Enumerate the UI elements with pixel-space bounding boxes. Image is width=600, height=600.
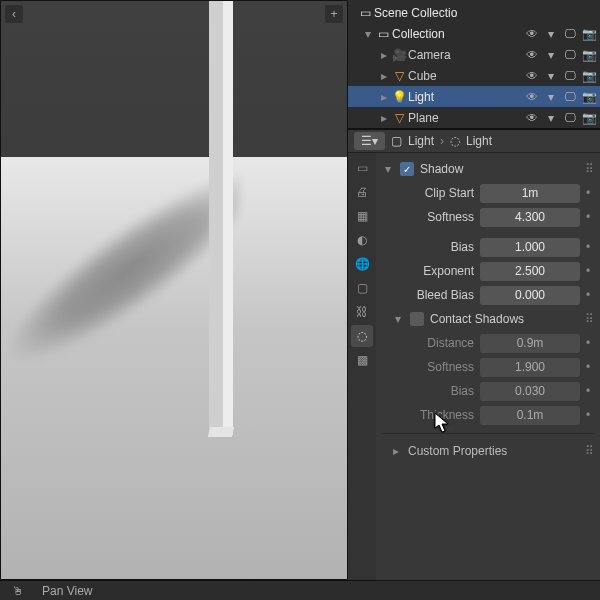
contact-distance-input[interactable]: 0.9m [480,334,580,353]
animate-property-button[interactable]: • [586,288,594,302]
render-toggle-icon[interactable]: 📷 [581,68,597,84]
outliner-item-label: Camera [408,48,524,62]
field-label: Distance [382,336,474,350]
panel-grip-icon[interactable]: ⠿ [585,312,594,326]
tab-world[interactable]: 🌐 [351,253,373,275]
disclosure-triangle-icon[interactable]: ▸ [378,90,390,104]
outliner-item-label: Light [408,90,524,104]
animate-property-button[interactable]: • [586,336,594,350]
visibility-toggle-icon[interactable]: 👁 [524,68,540,84]
panel-title: Shadow [420,162,463,176]
viewport-corner-widget-right[interactable]: + [325,5,343,23]
render-toggle-icon[interactable]: 📷 [581,47,597,63]
viewport-display-toggle-icon[interactable]: 🖵 [562,26,578,42]
viewport-3d[interactable]: ‹ + [0,0,348,580]
light-icon: 💡 [390,90,408,104]
collection-icon: ▭ [374,27,392,41]
visibility-toggle-icon[interactable]: 👁 [524,26,540,42]
visibility-toggle-icon[interactable]: 👁 [524,110,540,126]
panel-header-contact-shadows[interactable]: ▾ Contact Shadows ⠿ [382,307,594,331]
visibility-toggle-icon[interactable]: 👁 [524,89,540,105]
softness-input[interactable]: 4.300 [480,208,580,227]
animate-property-button[interactable]: • [586,360,594,374]
disclosure-triangle-icon[interactable]: ▸ [378,48,390,62]
tab-texture[interactable]: ▩ [351,349,373,371]
camera-icon: 🎥 [390,48,408,62]
disclosure-triangle-icon[interactable]: ▾ [382,162,394,176]
shadow-enable-checkbox[interactable]: ✓ [400,162,414,176]
breadcrumb-data[interactable]: Light [466,134,492,148]
render-toggle-icon[interactable]: 📷 [581,110,597,126]
animate-property-button[interactable]: • [586,264,594,278]
scene-collection-label: Scene Collectio [374,6,600,20]
outliner-item-cube[interactable]: ▸ ▽ Cube 👁 ▾ 🖵 📷 [348,65,600,86]
scene-collection-icon: ▭ [356,6,374,20]
tab-output[interactable]: 🖨 [351,181,373,203]
contact-softness-input[interactable]: 1.900 [480,358,580,377]
render-toggle-icon[interactable]: 📷 [581,26,597,42]
exponent-input[interactable]: 2.500 [480,262,580,281]
viewport-display-toggle-icon[interactable]: 🖵 [562,89,578,105]
collection-label: Collection [392,27,524,41]
tab-scene[interactable]: ◐ [351,229,373,251]
disclosure-triangle-icon[interactable]: ▸ [378,111,390,125]
breadcrumb-object[interactable]: Light [408,134,434,148]
panel-grip-icon[interactable]: ⠿ [585,444,594,458]
disclosure-triangle-icon[interactable]: ▸ [390,444,402,458]
panel-header-custom-properties[interactable]: ▸ Custom Properties ⠿ [382,440,594,462]
clip-start-input[interactable]: 1m [480,184,580,203]
viewport-display-toggle-icon[interactable]: 🖵 [562,47,578,63]
tab-object[interactable]: ▢ [351,277,373,299]
field-label: Bleed Bias [382,288,474,302]
outliner-item-plane[interactable]: ▸ ▽ Plane 👁 ▾ 🖵 📷 [348,107,600,128]
tab-constraints[interactable]: ⛓ [351,301,373,323]
field-label: Bias [382,240,474,254]
breadcrumb-dropdown[interactable]: ☰▾ [354,132,385,150]
light-data-icon: ◌ [450,134,460,148]
field-label: Softness [382,360,474,374]
disclosure-triangle-icon[interactable]: ▾ [392,312,404,326]
viewport-display-toggle-icon[interactable]: 🖵 [562,110,578,126]
tab-light-data[interactable]: ◌ [351,325,373,347]
animate-property-button[interactable]: • [586,210,594,224]
outliner-collection[interactable]: ▾ ▭ Collection 👁 ▾ 🖵 📷 [348,23,600,44]
panel-grip-icon[interactable]: ⠿ [585,162,594,176]
selectable-toggle-icon[interactable]: ▾ [543,47,559,63]
contact-bias-input[interactable]: 0.030 [480,382,580,401]
panel-title: Custom Properties [408,444,507,458]
panel-header-shadow[interactable]: ▾ ✓ Shadow ⠿ [382,157,594,181]
tab-render[interactable]: ▭ [351,157,373,179]
bias-input[interactable]: 1.000 [480,238,580,257]
selectable-toggle-icon[interactable]: ▾ [543,89,559,105]
field-label: Softness [382,210,474,224]
outliner-panel: ▭ Scene Collectio ▾ ▭ Collection 👁 ▾ 🖵 📷… [348,0,600,129]
outliner-item-label: Plane [408,111,524,125]
outliner-scene-collection[interactable]: ▭ Scene Collectio [348,2,600,23]
viewport-display-toggle-icon[interactable]: 🖵 [562,68,578,84]
render-toggle-icon[interactable]: 📷 [581,89,597,105]
animate-property-button[interactable]: • [586,408,594,422]
selectable-toggle-icon[interactable]: ▾ [543,26,559,42]
field-label: Bias [382,384,474,398]
contact-shadows-enable-checkbox[interactable] [410,312,424,326]
outliner-item-light[interactable]: ▸ 💡 Light 👁 ▾ 🖵 📷 [348,86,600,107]
contact-thickness-input[interactable]: 0.1m [480,406,580,425]
tab-viewlayer[interactable]: ▦ [351,205,373,227]
mesh-icon: ▽ [390,69,408,83]
status-text: Pan View [42,584,92,598]
selectable-toggle-icon[interactable]: ▾ [543,110,559,126]
bleed-bias-input[interactable]: 0.000 [480,286,580,305]
selectable-toggle-icon[interactable]: ▾ [543,68,559,84]
viewport-corner-widget-left[interactable]: ‹ [5,5,23,23]
disclosure-triangle-icon[interactable]: ▾ [362,27,374,41]
animate-property-button[interactable]: • [586,186,594,200]
outliner-item-camera[interactable]: ▸ 🎥 Camera 👁 ▾ 🖵 📷 [348,44,600,65]
animate-property-button[interactable]: • [586,240,594,254]
mesh-icon: ▽ [390,111,408,125]
light-data-icon: ▢ [391,134,402,148]
animate-property-button[interactable]: • [586,384,594,398]
disclosure-triangle-icon[interactable]: ▸ [378,69,390,83]
property-tabs: ▭ 🖨 ▦ ◐ 🌐 ▢ ⛓ ◌ ▩ [348,153,376,580]
status-bar: 🖱 Pan View [0,580,600,600]
visibility-toggle-icon[interactable]: 👁 [524,47,540,63]
